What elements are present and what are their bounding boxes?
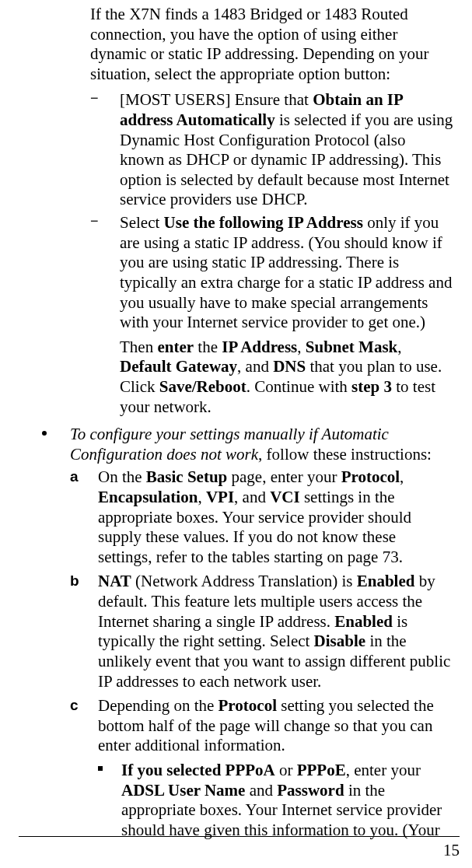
text: Then [120, 338, 157, 356]
bold: Enabled [357, 572, 415, 590]
dash-item-2: − Select Use the following IP Address on… [90, 213, 453, 417]
text: Depending on the [98, 696, 219, 715]
dash-item-1: − [MOST USERS] Ensure that Obtain an IP … [90, 90, 453, 210]
bold: Subnet Mask [306, 338, 397, 356]
bold: VCI [270, 488, 300, 506]
letter-marker: a [70, 467, 79, 485]
bold: Protocol [341, 467, 400, 486]
letter-item-c: c Depending on the Protocol setting you … [70, 696, 453, 756]
bold: Enabled [334, 612, 393, 631]
lettered-list: a On the Basic Setup page, enter your Pr… [70, 467, 453, 756]
letter-marker: b [70, 572, 79, 590]
text: follow these instructions: [262, 445, 432, 464]
bold: ADSL User Name [121, 781, 245, 800]
text: and [245, 781, 277, 800]
page: If the X7N finds a 1483 Bridged or 1483 … [0, 0, 472, 868]
bold: Password [277, 781, 344, 800]
letter-marker: c [70, 696, 79, 714]
text: the [194, 338, 222, 356]
letter-item-a: a On the Basic Setup page, enter your Pr… [70, 467, 453, 567]
content-body: If the X7N finds a 1483 Bridged or 1483 … [19, 5, 453, 840]
bold: Encapsulation [98, 488, 198, 506]
square-list: If you selected PPPoA or PPPoE, enter yo… [98, 761, 453, 840]
text: , [198, 488, 206, 506]
text: or [275, 761, 297, 779]
bold: DNS [273, 357, 306, 376]
bold: IP Address [222, 338, 297, 356]
bold: Save/Reboot [159, 377, 246, 396]
bold: VPI [206, 488, 234, 506]
text: (Network Address Translation) is [131, 572, 357, 590]
sub-paragraph: Then enter the IP Address, Subnet Mask, … [120, 338, 453, 417]
bold: step 3 [351, 377, 392, 396]
bold: Use the following IP Address [164, 213, 363, 232]
footer-rule [19, 836, 460, 837]
letter-item-b: b NAT (Network Address Translation) is E… [70, 572, 453, 691]
bold: Protocol [219, 696, 277, 715]
bold: Disable [314, 632, 366, 650]
text: , and [237, 357, 273, 376]
dash-list: − [MOST USERS] Ensure that Obtain an IP … [90, 90, 453, 417]
bold: PPPoE [297, 761, 346, 779]
text: , [397, 338, 401, 356]
text: On the [98, 467, 146, 486]
text: Select [120, 213, 164, 232]
bold: If you selected PPPoA [121, 761, 275, 779]
text: page, enter your [227, 467, 341, 486]
text: , and [234, 488, 270, 506]
text: , [297, 338, 306, 356]
text: [MOST USERS] Ensure that [120, 90, 313, 109]
text: , [400, 467, 404, 486]
bullet-dot-icon [42, 431, 47, 436]
square-item-1: If you selected PPPoA or PPPoE, enter yo… [98, 761, 453, 840]
bold: enter [157, 338, 194, 356]
bold: NAT [98, 572, 131, 590]
bold: Basic Setup [146, 467, 227, 486]
dash-marker-icon: − [90, 213, 114, 230]
page-number: 15 [443, 841, 460, 860]
intro-paragraph: If the X7N finds a 1483 Bridged or 1483 … [90, 5, 453, 84]
dash-marker-icon: − [90, 90, 114, 107]
square-bullet-icon [98, 766, 103, 771]
bold: Default Gateway [120, 357, 237, 376]
bullet-item: To configure your settings manually if A… [42, 425, 453, 464]
text: , enter your [346, 761, 421, 779]
text: . Continue with [246, 377, 351, 396]
